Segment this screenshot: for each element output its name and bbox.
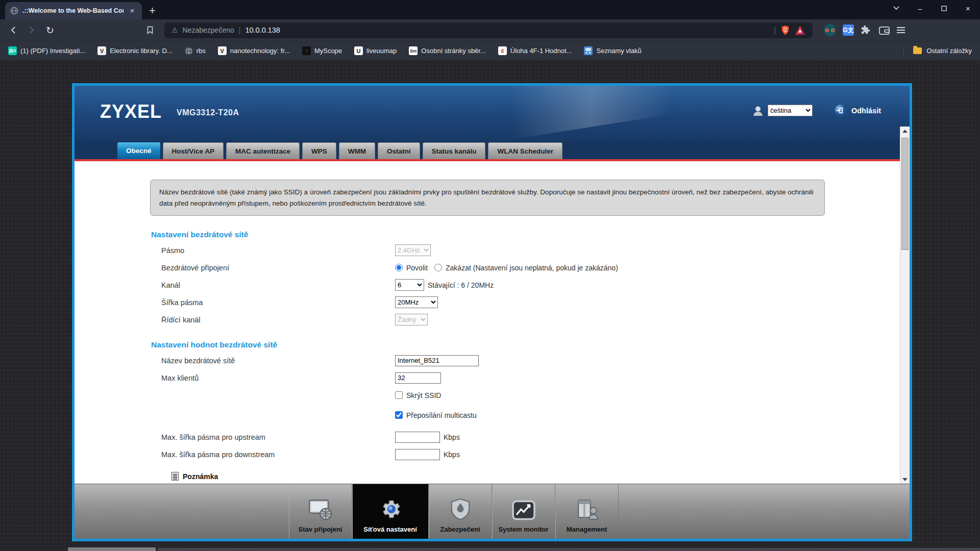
- translate-icon[interactable]: G文: [843, 24, 854, 36]
- router-page-frame: ZYXEL VMG3312-T20A čeština: [72, 83, 912, 541]
- maximize-button[interactable]: [932, 0, 956, 16]
- tab-wlan-scheduler[interactable]: WLAN Scheduler: [488, 142, 562, 159]
- myscope-icon: ⁝: [302, 46, 311, 55]
- form-row-upstream: Max. šířka pásma pro upstream Kbps: [161, 431, 910, 443]
- minimize-button[interactable]: –: [908, 0, 932, 16]
- note-title-label: Poznámka: [183, 472, 218, 481]
- tab-mac-autentizace[interactable]: MAC autentizace: [226, 142, 300, 159]
- page-scrollbar[interactable]: [900, 127, 910, 484]
- note-header: Poznámka: [172, 472, 910, 481]
- form-row-max-clients: Max klientů: [161, 371, 910, 384]
- bookmark-item[interactable]: U liveuumap: [354, 46, 397, 55]
- form-row-hide-ssid: Skrýt SSID: [161, 389, 910, 402]
- url-text: 10.0.0.138: [245, 26, 280, 34]
- brave-shield-icon[interactable]: [780, 25, 790, 36]
- browser-toolbar: ↻ ⚠ Nezabezpečeno | 10.0.0.138 |: [0, 19, 980, 41]
- bookmark-item[interactable]: RG (1) (PDF) Investigati...: [8, 46, 85, 55]
- downstream-label: Max. šířka pásma pro downstream: [161, 450, 395, 459]
- system-monitor-icon: [511, 499, 536, 521]
- back-icon[interactable]: [5, 22, 21, 38]
- tab-obecne[interactable]: Obecné: [117, 142, 160, 159]
- bat-rewards-icon[interactable]: [795, 26, 805, 35]
- upstream-unit: Kbps: [444, 433, 460, 441]
- logout-label: Odhlásit: [851, 107, 881, 115]
- nav-zabezpeceni[interactable]: Zabezpečení: [429, 484, 492, 539]
- nav-label: Stav připojení: [299, 525, 342, 533]
- tab-ostatni[interactable]: Ostatní: [378, 142, 420, 159]
- bottom-navbar: Stav připojení Síťová nastavení Zab: [75, 484, 910, 539]
- downstream-input[interactable]: [395, 449, 440, 460]
- user-icon: [751, 105, 765, 117]
- bookmark-label: Úloha 4F-1 Hodnot...: [510, 47, 572, 55]
- logout-button[interactable]: Odhlásit: [834, 104, 881, 117]
- language-select[interactable]: čeština: [768, 105, 813, 116]
- forward-icon[interactable]: [23, 22, 40, 38]
- bookmark-item[interactable]: 6 Úloha 4F-1 Hodnot...: [498, 46, 572, 55]
- bookmarks-bar: RG (1) (PDF) Investigati... V Electronic…: [0, 41, 980, 60]
- tab-title: .::Welcome to the Web-Based Con: [22, 7, 124, 14]
- form-row-control-channel: Řídící kanál Žádný: [161, 313, 910, 326]
- tab-wmm[interactable]: WMM: [339, 142, 375, 159]
- nav-sitova-nastaveni[interactable]: Síťová nastavení: [352, 484, 429, 539]
- upstream-input[interactable]: [395, 432, 440, 443]
- page-background: ZYXEL VMG3312-T20A čeština: [0, 60, 980, 551]
- enable-radio[interactable]: [395, 264, 403, 271]
- scroll-up-icon[interactable]: [900, 127, 910, 135]
- info-box: Název bezdrátové sítě (také známý jako S…: [150, 180, 825, 216]
- control-channel-label: Řídící kanál: [161, 316, 395, 324]
- band-select[interactable]: 2.4GHz: [395, 244, 431, 256]
- bookmark-item[interactable]: 5m Osobní stránky sběr...: [409, 46, 485, 55]
- tab-wps[interactable]: WPS: [302, 142, 336, 159]
- hide-ssid-label: Skrýt SSID: [406, 391, 441, 399]
- new-tab-button[interactable]: +: [149, 4, 156, 19]
- router-header: ZYXEL VMG3312-T20A čeština: [75, 86, 910, 141]
- bookmark-item[interactable]: V Electronic library. D...: [97, 46, 173, 55]
- max-clients-input[interactable]: [395, 372, 441, 384]
- logout-icon: [834, 104, 847, 117]
- close-button[interactable]: ×: [956, 0, 980, 16]
- section-title-wireless: Nastavení bezdrátové sítě: [151, 230, 910, 239]
- multicast-checkbox[interactable]: [395, 411, 403, 419]
- security-shield-icon: [449, 497, 472, 521]
- uloha-icon: 6: [498, 46, 507, 55]
- nav-system-monitor[interactable]: System monitor: [492, 484, 555, 539]
- tab-host-vice-ap[interactable]: Host/Více AP: [163, 142, 224, 159]
- window-controls: – ×: [884, 0, 980, 16]
- reload-icon[interactable]: ↻: [42, 22, 58, 38]
- disable-radio[interactable]: [434, 264, 442, 271]
- bookmark-item[interactable]: rbs: [185, 47, 206, 55]
- wallet-icon[interactable]: [878, 25, 890, 36]
- extensions-puzzle-icon[interactable]: [861, 24, 872, 36]
- hide-ssid-checkbox[interactable]: [395, 391, 403, 399]
- form-row-ssid: Název bezdrátové sítě: [161, 354, 910, 367]
- tab-status-kanalu[interactable]: Status kanálu: [423, 142, 486, 159]
- tab-strip: .::Welcome to the Web-Based Con × + – ×: [0, 0, 980, 19]
- tab-search-icon[interactable]: [884, 0, 908, 16]
- liveuumap-icon: U: [354, 46, 363, 55]
- channel-label: Kanál: [161, 281, 395, 289]
- bookmark-item[interactable]: Seznamy vlaků: [584, 46, 641, 55]
- v-site-icon: V: [97, 46, 106, 55]
- bookmark-label: (1) (PDF) Investigati...: [20, 47, 85, 55]
- nav-management[interactable]: Management: [555, 484, 619, 539]
- browser-tab[interactable]: .::Welcome to the Web-Based Con ×: [5, 2, 142, 19]
- other-bookmarks[interactable]: Ostatní záložky: [903, 47, 972, 55]
- bookmark-item[interactable]: V nanotechnology: fr...: [218, 46, 290, 55]
- control-channel-select[interactable]: Žádný: [395, 314, 428, 325]
- tab-close-icon[interactable]: ×: [128, 6, 137, 15]
- extension-icons: G文: [824, 24, 905, 36]
- channel-select[interactable]: 6: [395, 279, 424, 291]
- nav-stav-pripojeni[interactable]: Stav připojení: [289, 484, 352, 539]
- enable-label: Povolit: [406, 264, 428, 272]
- address-bar[interactable]: ⚠ Nezabezpečeno | 10.0.0.138 |: [164, 22, 813, 38]
- scroll-down-icon[interactable]: [900, 475, 910, 484]
- bandwidth-select[interactable]: 20MHz: [395, 296, 438, 308]
- bookmark-ribbon-icon[interactable]: [142, 22, 158, 38]
- settings-content: Název bezdrátové sítě (také známý jako S…: [75, 161, 910, 484]
- menu-icon[interactable]: [897, 27, 905, 33]
- ssid-input[interactable]: [395, 355, 479, 366]
- bookmark-label: MyScope: [314, 47, 342, 55]
- profile-avatar[interactable]: [824, 24, 836, 36]
- scrollbar-thumb[interactable]: [901, 138, 909, 250]
- bookmark-item[interactable]: ⁝ MyScope: [302, 46, 342, 55]
